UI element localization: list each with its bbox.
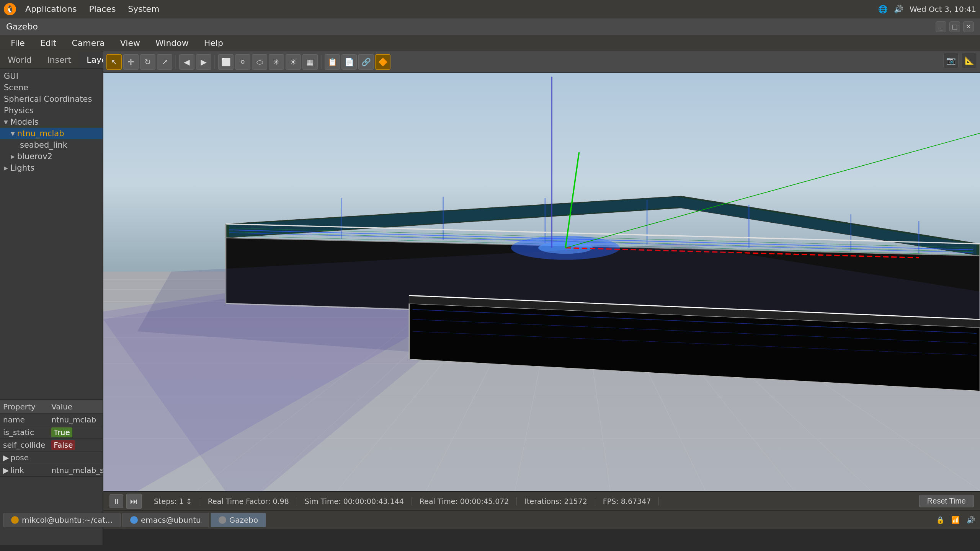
property-row-self-collide: self_collide False — [0, 439, 103, 452]
property-col-header: Property — [0, 400, 48, 414]
volume-icon: 🔊 — [894, 5, 903, 14]
scene-content[interactable] — [103, 73, 980, 510]
tree-item-physics[interactable]: Physics — [0, 105, 103, 116]
sep3 — [321, 55, 322, 69]
sphere-shape-button[interactable]: ⚪ — [235, 54, 250, 70]
wireframe-button[interactable]: 📐 — [962, 53, 977, 68]
tree-item-lights[interactable]: ▶ Lights — [0, 162, 103, 174]
pose-arrow: ▶ — [3, 453, 9, 462]
maximize-button[interactable]: □ — [949, 21, 960, 32]
window-menu[interactable]: Window — [148, 37, 196, 49]
gazebo-icon — [219, 516, 226, 524]
help-menu[interactable]: Help — [196, 37, 231, 49]
sim-time-value: 00:00:00:43.144 — [343, 497, 404, 505]
tray-icon-2: 📶 — [949, 514, 962, 526]
ubuntu-icon[interactable]: 🐧 — [4, 3, 16, 15]
system-bar-right: 🌐 🔊 Wed Oct 3, 10:41 — [878, 5, 976, 14]
property-row-pose[interactable]: ▶ pose — [0, 452, 103, 464]
viewport[interactable]: ↖ ✛ ↻ ⤢ ◀ ▶ ⬜ ⚪ ⬭ ✳ ☀ ▦ 📋 📄 🔗 🔶 📷 📐 — [103, 51, 980, 510]
taskbar-item-emacs[interactable]: emacs@ubuntu — [122, 513, 209, 527]
menu-bar: File Edit Camera View Window Help — [0, 35, 980, 51]
prop-self-collide-value: False — [48, 439, 103, 452]
bluerov2-arrow: ▶ — [11, 153, 15, 160]
lights-arrow: ▶ — [4, 165, 8, 171]
applications-menu[interactable]: Applications — [20, 3, 82, 15]
spherical-coords-label: Spherical Coordinates — [4, 95, 92, 104]
tab-world[interactable]: World — [0, 52, 39, 68]
undo-button[interactable]: ◀ — [179, 54, 194, 70]
rotate-tool-button[interactable]: ↻ — [140, 54, 155, 70]
tree-item-seabed-link[interactable]: seabed_link — [0, 139, 103, 151]
redo-button[interactable]: ▶ — [196, 54, 211, 70]
tray-icon-3: 🔊 — [965, 514, 977, 526]
value-col-header: Value — [48, 400, 103, 414]
select-tool-button[interactable]: ↖ — [106, 54, 122, 70]
translate-tool-button[interactable]: ✛ — [123, 54, 139, 70]
datetime-display: Wed Oct 3, 10:41 — [910, 5, 976, 14]
file-menu[interactable]: File — [3, 37, 33, 49]
taskbar: mikcol@ubuntu:~/cat... emacs@ubuntu Gaze… — [0, 510, 980, 529]
tree-item-spherical-coords[interactable]: Spherical Coordinates — [0, 93, 103, 105]
spot-light-button[interactable]: ☀ — [286, 54, 301, 70]
steps-arrow: ↕ — [186, 497, 192, 505]
tree-item-ntnu-mclab[interactable]: ▼ ntnu_mclab — [0, 128, 103, 139]
prop-pose-value — [48, 452, 103, 464]
screenshot-button[interactable]: 📷 — [943, 53, 959, 68]
sep1 — [175, 55, 176, 69]
highlight-button[interactable]: 🔶 — [375, 54, 390, 70]
steps-label: Steps: — [154, 497, 177, 505]
link-button[interactable]: 🔗 — [358, 54, 374, 70]
tree-item-gui[interactable]: GUI — [0, 70, 103, 82]
panel-tabs: World Insert Layers — [0, 51, 103, 69]
real-time-factor-value: 0.98 — [273, 497, 289, 505]
main-layout: World Insert Layers GUI Scene Spherical … — [0, 51, 980, 510]
tree-item-bluerov2[interactable]: ▶ bluerov2 — [0, 151, 103, 162]
directional-light-button[interactable]: ▦ — [302, 54, 318, 70]
view-menu[interactable]: View — [113, 37, 148, 49]
prop-is-static-label: is_static — [0, 426, 48, 439]
models-label: Models — [10, 117, 39, 127]
copy-button[interactable]: 📋 — [325, 54, 340, 70]
reset-time-button[interactable]: Reset Time — [919, 495, 974, 507]
real-time-label: Real Time: — [420, 497, 458, 505]
fps-segment: FPS: 8.67347 — [595, 497, 659, 505]
taskbar-emacs-label: emacs@ubuntu — [141, 515, 201, 525]
pause-button[interactable]: ⏸ — [109, 494, 123, 508]
real-time-segment: Real Time: 00:00:45.072 — [412, 497, 517, 505]
prop-is-static-value: True — [48, 426, 103, 439]
system-menu[interactable]: System — [122, 3, 165, 15]
scene-label: Scene — [4, 83, 28, 92]
system-bar: 🐧 Applications Places System 🌐 🔊 Wed Oct… — [0, 0, 980, 18]
ntnu-mclab-label: ntnu_mclab — [17, 129, 64, 138]
point-light-button[interactable]: ✳ — [269, 54, 284, 70]
paste-button[interactable]: 📄 — [341, 54, 357, 70]
tree-item-models[interactable]: ▼ Models — [0, 116, 103, 128]
step-button[interactable]: ⏭ — [126, 494, 142, 509]
scale-tool-button[interactable]: ⤢ — [157, 54, 172, 70]
camera-menu[interactable]: Camera — [64, 37, 112, 49]
taskbar-item-gazebo[interactable]: Gazebo — [211, 513, 266, 527]
tray-icon-1: 🔒 — [934, 514, 946, 526]
emacs-icon — [130, 516, 138, 524]
link-arrow: ▶ — [3, 466, 9, 475]
left-panel: World Insert Layers GUI Scene Spherical … — [0, 51, 103, 545]
edit-menu[interactable]: Edit — [33, 37, 64, 49]
taskbar-item-terminal[interactable]: mikcol@ubuntu:~/cat... — [3, 513, 121, 527]
iterations-label: Iterations: — [524, 497, 562, 505]
box-shape-button[interactable]: ⬜ — [218, 54, 234, 70]
sim-time-label: Sim Time: — [305, 497, 341, 505]
prop-link-label: ▶ link — [0, 464, 48, 477]
fps-value: 8.67347 — [621, 497, 651, 505]
system-bar-left: 🐧 Applications Places System — [4, 3, 165, 15]
toolbar: ↖ ✛ ↻ ⤢ ◀ ▶ ⬜ ⚪ ⬭ ✳ ☀ ▦ 📋 📄 🔗 🔶 📷 📐 — [103, 51, 980, 73]
steps-value: 1 — [179, 497, 184, 505]
tree-item-scene[interactable]: Scene — [0, 82, 103, 93]
minimize-button[interactable]: _ — [936, 21, 946, 32]
viewport-corner: 📷 📐 — [943, 53, 977, 68]
tab-insert[interactable]: Insert — [39, 52, 79, 68]
cylinder-shape-button[interactable]: ⬭ — [252, 54, 267, 70]
scene-svg — [103, 73, 980, 510]
property-row-link[interactable]: ▶ link ntnu_mclab_sea... — [0, 464, 103, 477]
close-button[interactable]: ✕ — [963, 21, 974, 32]
places-menu[interactable]: Places — [83, 3, 121, 15]
